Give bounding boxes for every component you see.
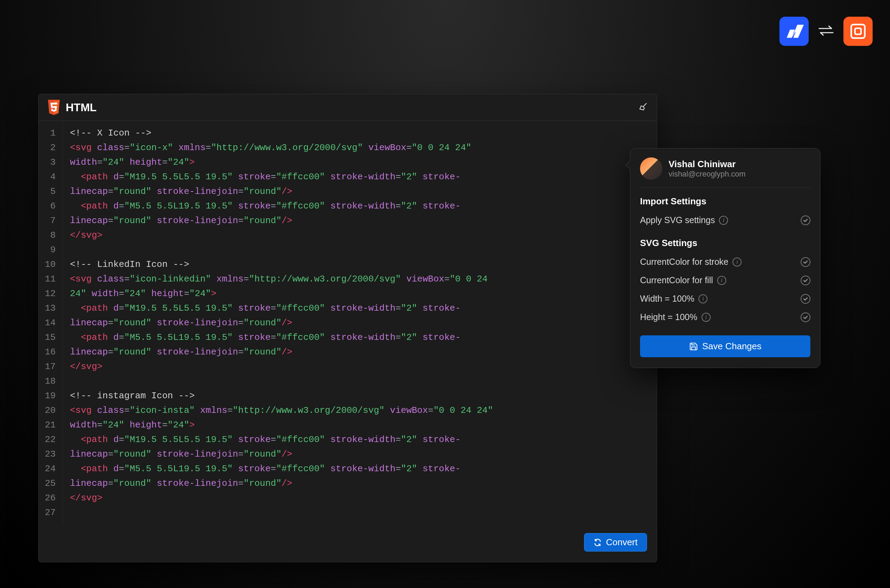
app-logo-icon <box>849 22 867 40</box>
settings-popover: Vishal Chiniwar vishal@creoglyph.com Imp… <box>630 148 821 368</box>
user-row: Vishal Chiniwar vishal@creoglyph.com <box>640 158 810 188</box>
svg-rect-0 <box>851 25 865 38</box>
info-icon[interactable]: i <box>702 313 711 322</box>
info-icon[interactable]: i <box>717 276 726 285</box>
section-svg-heading: SVG Settings <box>640 238 810 249</box>
app-logo <box>843 16 873 46</box>
code-editor-panel: HTML 12345678910111213141516171819202122… <box>38 94 657 562</box>
swap-icon <box>817 25 835 38</box>
check-icon[interactable] <box>801 294 810 304</box>
option-cc-stroke[interactable]: CurrentColor for stroke i <box>640 253 810 271</box>
option-label: CurrentColor for stroke <box>640 257 728 267</box>
user-name: Vishal Chiniwar <box>669 159 746 170</box>
option-height[interactable]: Height = 100% i <box>640 308 810 326</box>
line-gutter: 1234567891011121314151617181920212223242… <box>39 121 63 525</box>
html5-icon <box>47 100 61 115</box>
save-icon <box>689 342 698 351</box>
refresh-icon <box>593 538 602 547</box>
convert-button[interactable]: Convert <box>584 533 647 552</box>
clear-button[interactable] <box>639 102 648 113</box>
editor-header: HTML <box>39 94 657 121</box>
webflow-icon <box>784 21 804 41</box>
option-label: CurrentColor for fill <box>640 275 713 285</box>
webflow-logo <box>779 16 809 46</box>
option-cc-fill[interactable]: CurrentColor for fill i <box>640 271 810 290</box>
check-icon[interactable] <box>801 216 810 225</box>
convert-label: Convert <box>606 537 638 548</box>
code-content[interactable]: <!-- X Icon --><svg class="icon-x" xmlns… <box>63 121 657 525</box>
check-icon[interactable] <box>801 257 810 267</box>
svg-rect-1 <box>855 28 861 34</box>
option-width[interactable]: Width = 100% i <box>640 290 810 308</box>
option-label: Apply SVG settings <box>640 215 715 225</box>
user-email: vishal@creoglyph.com <box>669 170 746 178</box>
info-icon[interactable]: i <box>719 216 728 225</box>
option-apply-svg[interactable]: Apply SVG settings i <box>640 211 810 230</box>
option-label: Height = 100% <box>640 312 697 322</box>
save-button[interactable]: Save Changes <box>640 335 810 357</box>
check-icon[interactable] <box>801 312 810 322</box>
option-label: Width = 100% <box>640 294 694 304</box>
info-icon[interactable]: i <box>732 258 741 267</box>
editor-title: HTML <box>66 101 97 114</box>
brand-logo-row <box>779 16 873 46</box>
avatar <box>640 158 662 180</box>
code-area[interactable]: 1234567891011121314151617181920212223242… <box>39 121 657 525</box>
broom-icon <box>639 102 648 111</box>
check-icon[interactable] <box>801 276 810 285</box>
section-import-heading: Import Settings <box>640 196 810 207</box>
save-label: Save Changes <box>702 341 762 352</box>
info-icon[interactable]: i <box>698 294 707 303</box>
